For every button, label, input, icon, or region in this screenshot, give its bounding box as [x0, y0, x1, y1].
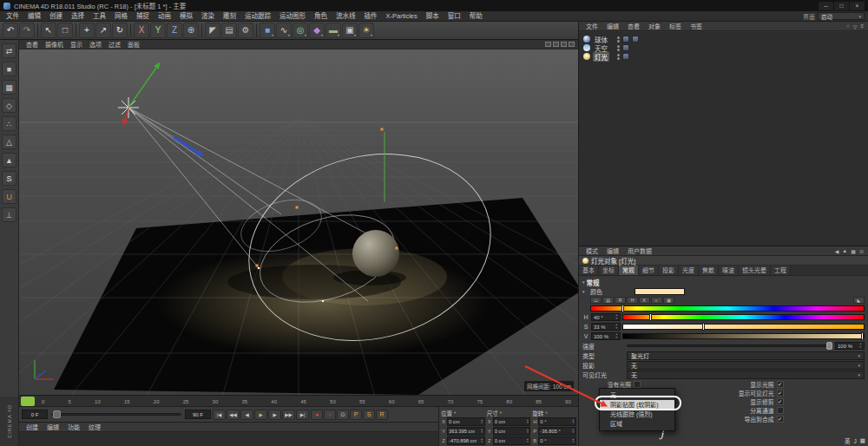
- menubar-item-10[interactable]: 渲染: [197, 11, 219, 22]
- menubar-item-14[interactable]: 角色: [310, 11, 332, 22]
- coord-value-field[interactable]: 0 cm▲▼: [493, 417, 531, 426]
- saturation-slider[interactable]: [622, 324, 865, 330]
- spin-down-icon[interactable]: ▼: [526, 422, 529, 424]
- hue-slider[interactable]: [622, 314, 865, 320]
- rgb-mode-icon[interactable]: R: [615, 297, 626, 304]
- x-axis-lock-icon[interactable]: X: [134, 23, 149, 38]
- hue-field[interactable]: 40 ° ▲▼: [591, 313, 621, 321]
- next-frame-button[interactable]: ▶: [268, 410, 281, 420]
- ime-mode-icon[interactable]: J: [854, 438, 857, 444]
- add-spline-dropdown[interactable]: ∿▾: [276, 23, 292, 38]
- add-light-dropdown[interactable]: ☀▾: [358, 23, 374, 38]
- object-row-sphere[interactable]: 球体: [583, 35, 868, 43]
- menubar-item-11[interactable]: 雕刻: [219, 11, 240, 22]
- workplane-lock-icon[interactable]: ⊥: [2, 207, 16, 222]
- material-list-area[interactable]: [19, 432, 438, 446]
- render-visibility-dot[interactable]: [617, 40, 620, 43]
- y-axis-lock-icon[interactable]: Y: [150, 23, 166, 38]
- next-key-button[interactable]: ▶▶: [282, 410, 295, 420]
- tab-细节[interactable]: 细节: [639, 266, 659, 275]
- record-position-toggle[interactable]: P: [350, 410, 362, 420]
- viewport-menu-2[interactable]: 摄像机: [42, 40, 67, 49]
- render-settings-icon[interactable]: ⚙: [238, 23, 253, 38]
- panel-grid-icon[interactable]: ▦: [851, 248, 856, 254]
- menubar-item-3[interactable]: 创建: [45, 11, 67, 22]
- menubar-item-18[interactable]: 脚本: [422, 11, 444, 22]
- menubar-item-16[interactable]: 插件: [360, 11, 382, 22]
- materials-menu-3[interactable]: 功能: [63, 423, 84, 431]
- nav-up-icon[interactable]: ▲: [842, 248, 847, 254]
- mixer-mode-icon[interactable]: ▦: [663, 297, 674, 304]
- om-menu-6[interactable]: 书签: [686, 22, 707, 30]
- value-spinner[interactable]: ▲▼: [481, 419, 483, 425]
- checkbox-显示修剪[interactable]: ✓: [777, 398, 784, 405]
- object-row-sky[interactable]: 天空: [583, 43, 868, 52]
- workplane-mode-icon[interactable]: ◇: [2, 98, 16, 113]
- object-tag-icon[interactable]: [632, 36, 639, 43]
- menubar-item-19[interactable]: 窗口: [444, 11, 465, 22]
- saturation-slider-marker[interactable]: [702, 323, 705, 331]
- value-spinner[interactable]: ▲▼: [615, 333, 618, 339]
- viewport-single-view-icon[interactable]: [545, 42, 551, 47]
- value-spinner[interactable]: ▲▼: [572, 419, 575, 425]
- redo-icon[interactable]: ↷: [19, 23, 35, 38]
- am-menu-3[interactable]: 用户数据: [623, 246, 656, 255]
- prev-frame-button[interactable]: ◀: [240, 410, 253, 420]
- rotate-tool-icon[interactable]: ↻: [112, 23, 128, 38]
- hue-slider-marker[interactable]: [649, 313, 652, 321]
- ime-language-indicator[interactable]: 英: [845, 436, 851, 445]
- am-menu-1[interactable]: 模式: [582, 246, 602, 255]
- om-menu-3[interactable]: 查看: [623, 22, 644, 30]
- value-spinner[interactable]: ▲▼: [526, 429, 529, 435]
- end-frame-field[interactable]: 90 F: [185, 410, 211, 419]
- undo-icon[interactable]: ↶: [3, 23, 18, 38]
- goto-end-button[interactable]: ▶|: [296, 410, 309, 420]
- intensity-field[interactable]: 100 % ▲▼: [835, 342, 865, 350]
- record-scale-toggle[interactable]: S: [363, 410, 375, 420]
- shadow-option-3[interactable]: 光线跟踪 (强烈): [600, 410, 674, 419]
- spin-down-icon[interactable]: ▼: [526, 441, 529, 443]
- tab-投影[interactable]: 投影: [659, 266, 679, 275]
- coord-value-field[interactable]: 363.395 cm▲▼: [447, 427, 485, 436]
- render-picture-viewer-icon[interactable]: ▤: [221, 23, 237, 38]
- om-menu-4[interactable]: 对象: [644, 22, 665, 30]
- value-spinner[interactable]: ▲▼: [615, 324, 618, 330]
- materials-menu-2[interactable]: 编辑: [43, 423, 63, 431]
- coord-value-field[interactable]: 0 cm▲▼: [493, 427, 531, 436]
- hsv-mode-icon[interactable]: H: [627, 297, 638, 304]
- object-tag-icon[interactable]: [622, 36, 629, 43]
- scale-tool-icon[interactable]: ↗: [95, 23, 111, 38]
- menubar-item-2[interactable]: 编辑: [23, 11, 45, 22]
- spin-down-icon[interactable]: ▼: [572, 441, 575, 443]
- om-menu-5[interactable]: 标签: [665, 22, 686, 30]
- convert-editable-icon[interactable]: ⇄: [2, 43, 16, 58]
- menubar-item-5[interactable]: 工具: [89, 11, 110, 22]
- spin-down-icon[interactable]: ▼: [572, 431, 575, 434]
- viewport-menu-3[interactable]: 显示: [67, 40, 86, 49]
- minimize-button[interactable]: ─: [819, 2, 833, 10]
- value-spinner[interactable]: ▲▼: [859, 343, 862, 349]
- viewport-split-v-icon[interactable]: [561, 42, 567, 47]
- render-view-icon[interactable]: ◤: [205, 23, 220, 38]
- close-button[interactable]: ×: [850, 2, 865, 10]
- menubar-item-1[interactable]: 文件: [2, 11, 23, 22]
- materials-menu-1[interactable]: 创建: [22, 423, 43, 431]
- checkbox-分离通道[interactable]: [777, 407, 784, 414]
- visible-light-dropdown[interactable]: 无 ▾: [627, 371, 865, 379]
- tab-镜头光晕[interactable]: 镜头光晕: [739, 266, 771, 275]
- object-row-light[interactable]: 灯光: [583, 52, 868, 61]
- frame-slider-handle[interactable]: [53, 410, 61, 418]
- menubar-item-15[interactable]: 流水线: [332, 11, 360, 22]
- viewport-solo-icon[interactable]: S: [2, 171, 16, 186]
- object-tag-icon[interactable]: [622, 53, 629, 60]
- spin-down-icon[interactable]: ▼: [481, 422, 483, 424]
- timeline-ruler[interactable]: 051015202530354045505560657075808590: [19, 395, 578, 406]
- materials-menu-4[interactable]: 纹理: [84, 423, 105, 431]
- editor-visibility-dot[interactable]: [617, 45, 620, 48]
- tab-常规[interactable]: 常规: [619, 266, 639, 275]
- light-type-dropdown[interactable]: 聚光灯 ▾: [627, 351, 865, 360]
- viewport-split-h-icon[interactable]: [553, 42, 559, 47]
- coord-value-field[interactable]: -36.805 °▲▼: [538, 427, 576, 436]
- value-slider[interactable]: [622, 333, 865, 339]
- add-subdivision-dropdown[interactable]: ◎▾: [293, 23, 308, 38]
